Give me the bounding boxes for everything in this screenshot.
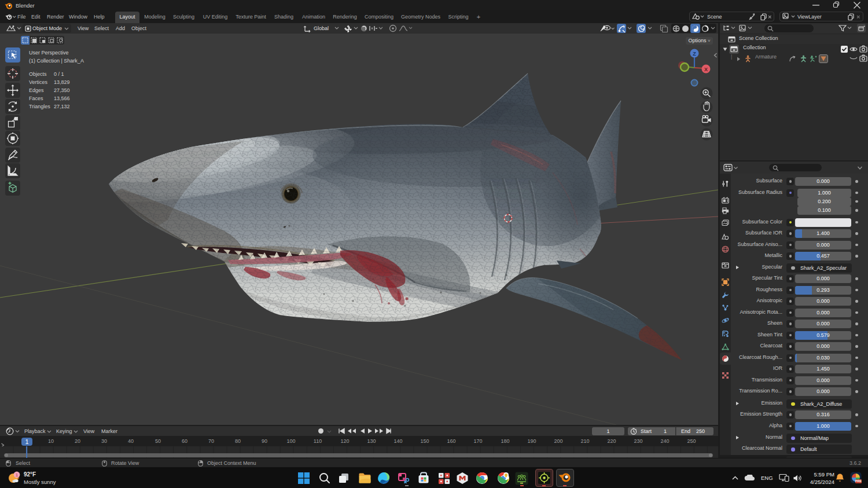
svg-text:PRE: PRE <box>855 479 862 483</box>
svg-text:X: X <box>704 67 708 72</box>
svg-text:1: 1 <box>16 472 19 478</box>
svg-text:Z: Z <box>693 51 696 57</box>
